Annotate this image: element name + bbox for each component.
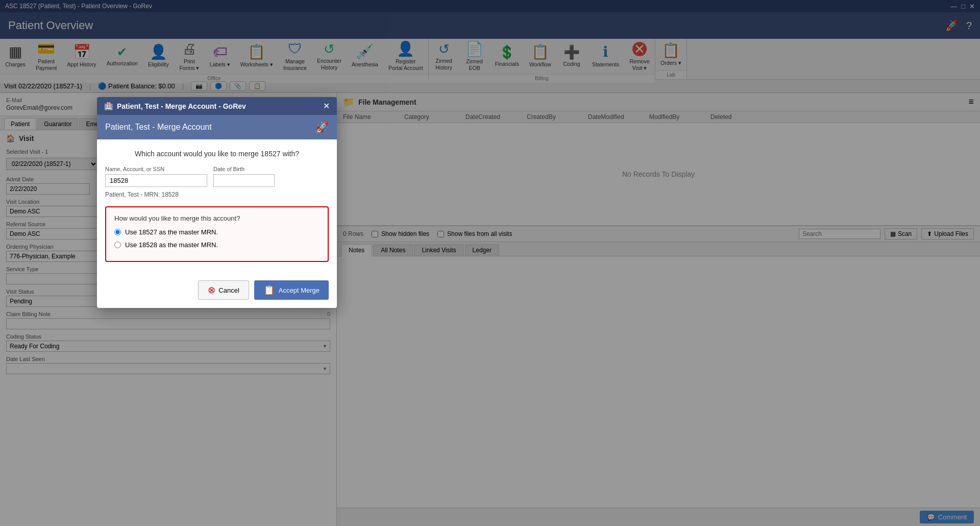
- cancel-button[interactable]: ⊗ Cancel: [198, 280, 249, 300]
- merge-option-1-label: Use 18527 as the master MRN.: [125, 228, 218, 236]
- name-ssn-label: Name, Account, or SSN: [105, 166, 207, 172]
- merge-option-1[interactable]: Use 18527 as the master MRN.: [114, 228, 320, 236]
- merge-option-1-radio[interactable]: [114, 229, 121, 235]
- modal-header-text: Patient, Test - Merge Account: [105, 123, 212, 132]
- merge-options-box: How would you like to merge this account…: [105, 206, 329, 262]
- modal-footer: ⊗ Cancel 📋 Accept Merge: [97, 280, 337, 308]
- modal-header: Patient, Test - Merge Account 🚀: [97, 115, 337, 139]
- modal-titlebar: 🏥 Patient, Test - Merge Account - GoRev …: [97, 97, 337, 115]
- modal-close-button[interactable]: ✕: [323, 101, 330, 111]
- modal-titlebar-left: 🏥 Patient, Test - Merge Account - GoRev: [104, 102, 246, 110]
- dob-field: Date of Birth: [213, 166, 275, 187]
- cancel-icon: ⊗: [208, 284, 215, 296]
- merge-option-2[interactable]: Use 18528 as the master MRN.: [114, 241, 320, 249]
- cancel-label: Cancel: [218, 286, 239, 294]
- merge-options-question: How would you like to merge this account…: [114, 214, 320, 222]
- search-result-text: Patient, Test - MRN: 18528: [105, 191, 329, 198]
- name-ssn-field: Name, Account, or SSN: [105, 166, 207, 187]
- dob-input[interactable]: [213, 174, 275, 187]
- search-row: Name, Account, or SSN Date of Birth: [105, 166, 329, 187]
- modal-titlebar-text: Patient, Test - Merge Account - GoRev: [117, 102, 246, 110]
- modal-question: Which account would you like to merge 18…: [105, 150, 329, 158]
- modal-rocket-icon: 🚀: [316, 121, 329, 133]
- dob-label: Date of Birth: [213, 166, 275, 172]
- modal-overlay: 🏥 Patient, Test - Merge Account - GoRev …: [0, 0, 980, 526]
- accept-merge-icon: 📋: [263, 284, 275, 296]
- modal-titlebar-icon: 🏥: [104, 102, 113, 110]
- merge-option-2-label: Use 18528 as the master MRN.: [125, 241, 218, 249]
- modal-body: Which account would you like to merge 18…: [97, 139, 337, 280]
- accept-merge-label: Accept Merge: [279, 286, 320, 294]
- merge-account-modal: 🏥 Patient, Test - Merge Account - GoRev …: [97, 97, 337, 308]
- name-ssn-input[interactable]: [105, 174, 207, 187]
- accept-merge-button[interactable]: 📋 Accept Merge: [254, 280, 329, 300]
- merge-option-2-radio[interactable]: [114, 242, 121, 248]
